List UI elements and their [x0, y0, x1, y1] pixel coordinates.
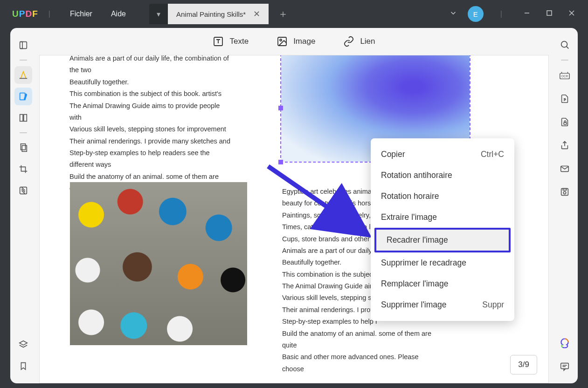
resize-handle[interactable]	[278, 106, 283, 110]
app-logo: UPDF	[12, 9, 38, 19]
document-canvas[interactable]: Animals are a part of our daily life, th…	[39, 55, 549, 383]
svg-point-20	[561, 41, 567, 48]
chevron-down-icon[interactable]	[445, 9, 461, 19]
ctx-copy[interactable]: CopierCtrl+C	[371, 144, 514, 165]
titlebar: UPDF | Fichier Aide ▾ Animal Painting Sk…	[0, 0, 588, 28]
close-button[interactable]	[564, 10, 580, 18]
svg-line-21	[567, 47, 569, 49]
svg-point-27	[563, 191, 566, 194]
text-tool-label: Texte	[229, 37, 249, 46]
email-icon[interactable]	[556, 160, 573, 177]
separator	[561, 60, 568, 61]
svg-rect-8	[24, 115, 27, 122]
ctx-rotate-cw[interactable]: Rotation horaire	[371, 186, 514, 207]
edit-tool-icon[interactable]	[14, 88, 32, 105]
ctx-crop-image[interactable]: Recadrer l'image	[374, 228, 511, 252]
layers-icon[interactable]	[14, 336, 32, 354]
crop-tool-icon[interactable]	[14, 160, 32, 178]
page-indicator[interactable]: 3/9	[510, 355, 537, 374]
svg-rect-1	[547, 11, 552, 15]
save-icon[interactable]	[556, 184, 573, 200]
svg-rect-7	[20, 115, 23, 122]
sidebar-right: OCR	[552, 28, 578, 383]
minimize-button[interactable]	[519, 10, 535, 18]
divider: |	[500, 10, 502, 18]
protect-icon[interactable]	[556, 114, 573, 130]
workspace: Texte Image Lien Animals are a part of o…	[10, 28, 578, 383]
tab-dropdown[interactable]: ▾	[149, 4, 168, 24]
menu-help[interactable]: Aide	[102, 10, 135, 18]
svg-point-18	[280, 39, 282, 41]
svg-rect-28	[563, 189, 566, 191]
convert-icon[interactable]	[556, 90, 573, 107]
add-tab-button[interactable]: ＋	[278, 7, 288, 21]
svg-rect-4	[20, 42, 27, 49]
link-tool-label: Lien	[360, 37, 375, 46]
svg-marker-15	[20, 341, 28, 345]
ai-assistant-icon[interactable]	[556, 335, 573, 352]
svg-rect-29	[561, 363, 569, 369]
share-icon[interactable]	[556, 137, 573, 154]
svg-line-19	[268, 166, 364, 232]
ctx-rotate-ccw[interactable]: Rotation antihoraire	[371, 165, 514, 186]
svg-text:OCR: OCR	[561, 75, 568, 78]
main-area: Texte Image Lien Animals are a part of o…	[36, 28, 552, 383]
svg-rect-9	[21, 144, 26, 150]
reader-mode-icon[interactable]	[14, 36, 32, 54]
svg-rect-24	[564, 123, 567, 125]
context-menu: CopierCtrl+C Rotation antihoraire Rotati…	[371, 138, 514, 321]
maximize-button[interactable]	[541, 10, 557, 18]
paint-buckets-image[interactable]	[70, 182, 247, 345]
organize-pages-icon[interactable]	[14, 139, 32, 157]
menu-file[interactable]: Fichier	[61, 10, 102, 18]
link-tool[interactable]: Lien	[343, 36, 375, 47]
divider: |	[48, 10, 50, 18]
ctx-delete-image[interactable]: Supprimer l'imageSuppr	[371, 294, 514, 315]
tab-bar: ▾ Animal Painting Skills* ✕ ＋	[149, 4, 288, 24]
ctx-replace-image[interactable]: Remplacer l'image	[371, 273, 514, 294]
sidebar-left	[10, 28, 36, 383]
comment-panel-icon[interactable]	[556, 358, 573, 375]
annotation-arrow	[263, 162, 375, 241]
image-tool-label: Image	[293, 37, 315, 46]
ocr-icon[interactable]: OCR	[556, 67, 573, 84]
avatar[interactable]: E	[468, 6, 484, 22]
page-tool-icon[interactable]	[14, 109, 32, 127]
tab-title: Animal Painting Skills*	[176, 10, 246, 18]
edit-toolbar: Texte Image Lien	[36, 28, 552, 55]
svg-rect-10	[22, 145, 27, 151]
document-tab[interactable]: Animal Painting Skills* ✕	[168, 4, 269, 24]
image-tool[interactable]: Image	[277, 36, 315, 47]
separator	[20, 60, 27, 61]
bookmark-icon[interactable]	[14, 357, 32, 375]
redact-tool-icon[interactable]	[14, 182, 32, 199]
search-icon[interactable]	[556, 36, 573, 53]
ctx-remove-crop[interactable]: Supprimer le recadrage	[371, 252, 514, 273]
close-icon[interactable]: ✕	[253, 9, 260, 19]
comment-tool-icon[interactable]	[14, 66, 32, 84]
ctx-extract-image[interactable]: Extraire l'image	[371, 207, 514, 228]
text-tool[interactable]: Texte	[213, 36, 249, 47]
separator	[20, 132, 27, 133]
